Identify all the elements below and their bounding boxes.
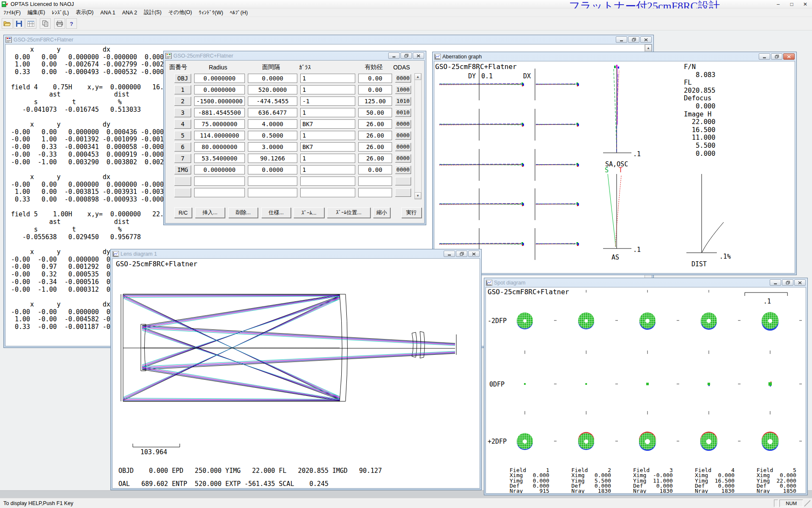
scroll-up-icon[interactable]: ▲ [645,44,652,51]
radius-field[interactable] [194,177,245,186]
minimize-button[interactable] [444,251,455,257]
odas-button[interactable]: 0000 [395,143,411,151]
thickness-field[interactable]: 4.0000 [248,119,297,129]
diameter-field[interactable]: 0.00 [358,85,392,94]
diameter-field[interactable]: 0.00 [358,74,392,83]
menu-item-6[interactable]: 設計(S) [140,8,165,17]
spot-diagram-titlebar[interactable]: Spot diagram [486,278,806,287]
radius-field[interactable]: 53.5400000 [194,154,245,163]
diameter-field[interactable] [358,188,392,197]
ray-trace-window-titlebar[interactable]: GSO-25cmF8RC+Flatner [5,35,652,44]
glass-field[interactable]: 1 [300,108,355,117]
execute-button[interactable]: 実行 [401,207,422,218]
glass-field[interactable]: 1 [300,74,355,83]
odas-button[interactable] [395,188,411,197]
diameter-field[interactable]: 26.00 [358,154,392,163]
window-aberration-graph[interactable]: Aberration graph GSO-25cmF8RC+Flatner DY… [432,52,797,275]
glass-field[interactable]: 1 [300,85,355,94]
menu-item-4[interactable]: ANA 1 [97,9,118,17]
menu-item-3[interactable]: 表示(D) [72,8,97,17]
resize-grip[interactable] [804,500,810,507]
close-button[interactable] [794,279,806,286]
radius-field[interactable]: 0.0000000 [194,165,245,174]
odas-button[interactable]: 0000 [395,120,411,128]
save-button[interactable] [14,18,25,29]
zoom-position-button[interactable]: ｽﾞｰﾑ位置... [327,207,370,218]
radius-field[interactable]: 0.0000000 [194,74,245,83]
glass-field[interactable] [300,177,355,186]
diameter-field[interactable]: 26.00 [358,142,392,152]
surface-number-button[interactable]: 2 [174,97,191,106]
menu-item-8[interactable]: ｳｨﾝﾄﾞｳ(W) [195,9,227,17]
app-minimize-button[interactable]: – [771,0,785,8]
surface-number-button[interactable]: 4 [174,119,191,129]
close-button[interactable] [468,251,480,257]
shrink-button[interactable]: 縮小 [373,207,390,218]
surface-number-button[interactable]: OBJ [174,74,191,83]
scroll-down-icon[interactable]: ▼ [414,192,421,199]
odas-button[interactable]: 1000 [395,86,411,94]
thickness-field[interactable]: 0.0000 [248,74,297,83]
glass-field[interactable]: -1 [300,97,355,106]
glass-field[interactable]: BK7 [300,142,355,152]
insert-button[interactable]: 挿入... [195,207,225,218]
thickness-field[interactable] [248,188,297,197]
surface-number-button[interactable]: 1 [174,85,191,94]
app-maximize-button[interactable]: □ [785,0,798,8]
help-button[interactable]: ? [66,18,77,29]
menu-item-9[interactable]: ﾍﾙﾌﾟ(H) [227,9,251,17]
odas-button[interactable]: 0000 [395,74,411,83]
thickness-field[interactable] [248,177,297,186]
surface-number-button[interactable]: 3 [174,108,191,117]
spec-button[interactable]: 仕様... [261,207,291,218]
minimize-button[interactable] [388,52,400,59]
window-spot-diagram[interactable]: Spot diagram GSO-25cmF8RC+Flatner .1 [484,278,808,495]
minimize-button[interactable] [616,36,627,43]
glass-field[interactable]: 1 [300,165,355,174]
minimize-button[interactable] [770,279,781,286]
lens-data-button[interactable] [25,18,36,29]
radius-field[interactable] [194,188,245,197]
window-lens-data-editor[interactable]: GSO-25cmF8RC+Flatner 面番号 Radius 面間隔 ｶﾞﾗｽ… [163,51,426,225]
restore-button[interactable] [401,52,412,59]
surface-number-button[interactable] [174,177,191,186]
restore-button[interactable] [456,251,467,257]
radius-field[interactable]: 80.0000000 [194,142,245,152]
app-titlebar[interactable]: OPTAS Licenced to NAOJ フラットナー付25cmF8RC設計… [0,0,812,8]
lens-table-scrollbar[interactable]: ▲ ▼ [414,73,422,199]
thickness-field[interactable]: 520.0000 [248,85,297,94]
glass-field[interactable]: 1 [300,131,355,140]
surface-number-button[interactable]: 6 [174,142,191,152]
thickness-field[interactable]: 636.6477 [248,108,297,117]
window-lens-diagram[interactable]: Lens diagram 1 GSO-25cmF8RC+Flatner [110,249,482,490]
thickness-field[interactable]: 0.5000 [248,131,297,140]
diameter-field[interactable]: 50.00 [358,108,392,117]
odas-button[interactable]: 0000 [395,131,411,140]
odas-button[interactable]: 0000 [395,154,411,163]
surface-number-button[interactable]: 5 [174,131,191,140]
diameter-field[interactable] [358,177,392,186]
thickness-field[interactable]: 3.0000 [248,142,297,152]
print-button[interactable] [54,18,65,29]
odas-button[interactable]: 0000 [395,166,411,174]
surface-number-button[interactable]: IMG [174,165,191,174]
copy-button[interactable] [40,18,51,29]
radius-field[interactable]: 114.0000000 [194,131,245,140]
menu-item-0[interactable]: ﾌｧｲﾙ(F) [0,9,24,17]
diameter-field[interactable]: 125.00 [358,97,392,106]
menu-item-7[interactable]: その他(O) [165,8,195,17]
radius-field[interactable]: 75.0000000 [194,119,245,129]
odas-button[interactable]: 1010 [395,97,411,105]
diameter-field[interactable]: 26.00 [358,119,392,129]
surface-number-button[interactable]: 7 [174,154,191,163]
surface-number-button[interactable] [174,188,191,197]
zoom-button[interactable]: ｽﾞｰﾑ... [294,207,324,218]
restore-button[interactable] [782,279,793,286]
app-close-button[interactable]: ✕ [798,0,812,8]
delete-button[interactable]: 削除... [228,207,258,218]
close-button[interactable] [413,52,424,59]
glass-field[interactable]: 1 [300,154,355,163]
thickness-field[interactable]: -474.5455 [248,97,297,106]
close-button[interactable] [640,36,652,43]
scroll-up-icon[interactable]: ▲ [414,73,421,80]
